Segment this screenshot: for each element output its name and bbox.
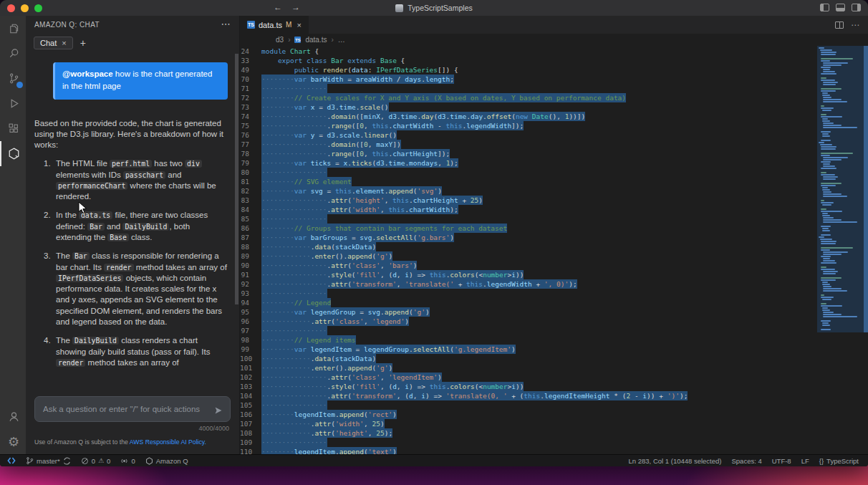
code-line[interactable]: 89············.enter().append('g') [240,251,817,261]
breadcrumb-file[interactable]: data.ts [305,36,327,44]
panel-title: AMAZON Q: CHAT [34,21,100,29]
panel-menu-icon[interactable]: ⋯ [221,21,231,28]
code-line[interactable]: 83················.attr('height', this.c… [240,196,817,205]
amazon-q-hexagon-icon [145,457,153,465]
cursor-position[interactable]: Ln 283, Col 1 (10448 selected) [624,457,727,465]
code-line[interactable]: 107············.attr('width', 25) [240,419,817,428]
code-line[interactable]: 92················.attr('transform', 'tr… [240,279,817,289]
code-line[interactable]: 76········var y = d3.scale.linear() [240,130,817,140]
ports-indicator[interactable]: 0 [115,455,140,466]
tab-close-icon[interactable]: × [296,21,301,29]
code-line[interactable]: 75················.range([0, this.chartW… [240,121,817,130]
branch-indicator[interactable]: master* [21,455,76,466]
run-debug-icon [7,97,21,110]
indentation-setting[interactable]: Spaces: 4 [726,457,766,465]
code-lines[interactable]: 24module Chart {33 export class Bar exte… [240,46,817,454]
code-line[interactable]: 102················.attr('class', 'legen… [240,373,817,382]
code-line[interactable]: 104················.attr('transform', (d… [240,391,817,400]
code-line[interactable]: 95········var legendGroup = svg.append('… [240,307,817,317]
back-button[interactable]: ← [274,2,282,13]
chat-tab[interactable]: Chat × [34,37,73,49]
code-line[interactable]: 78················.range([0, this.chartH… [240,149,817,158]
editor-more-actions-icon[interactable]: ⋯ [851,22,859,28]
code-line[interactable]: 91················.style('fill', (d, i) … [240,270,817,279]
new-chat-tab-button[interactable]: + [80,37,86,49]
breadcrumb-root[interactable]: d3 [276,36,284,44]
typescript-file-icon: TS [247,21,255,29]
code-line[interactable]: 109················ [240,438,817,447]
breadcrumb[interactable]: d3 › TS data.ts › … [240,34,868,46]
code-line[interactable]: 71················ [240,84,817,93]
eol-setting[interactable]: LF [796,457,814,465]
zoom-button[interactable] [34,4,42,12]
code-line[interactable]: 100············.data(stackData) [240,354,817,363]
tab-data-ts[interactable]: TS data.ts M × [240,16,309,34]
toggle-panel-icon[interactable] [836,4,845,11]
chat-tab-close-icon[interactable]: × [62,39,66,47]
code-line[interactable]: 70········var barWidth = areaWidth / day… [240,75,817,84]
code-line[interactable]: 80················ [240,168,817,177]
sidebar-item-explorer[interactable] [0,16,26,41]
code-line[interactable]: 33 export class Bar extends Base { [240,56,817,65]
split-editor-icon[interactable] [835,21,844,29]
sidebar-item-extensions[interactable] [0,116,26,141]
code-line[interactable]: 105················ [240,400,817,410]
code-line[interactable]: 49 public render(data: IPerfDataSeries[]… [240,65,817,75]
close-button[interactable] [7,4,15,12]
code-line[interactable]: 74················.domain([minX, d3.time… [240,112,817,121]
code-line[interactable]: 90················.attr('class', 'bars') [240,261,817,270]
toggle-secondary-sidebar-icon[interactable] [852,4,861,11]
code-line[interactable]: 81········// SVG element [240,177,817,186]
code-line[interactable]: 85················ [240,214,817,224]
code-line[interactable]: 73········var x = d3.time.scale() [240,102,817,112]
language-mode[interactable]: {} TypeScript [814,457,864,465]
code-line[interactable]: 103················.style('fill', (d, i)… [240,382,817,391]
chat-input[interactable] [34,396,231,422]
vscode-window: ← → TypeScriptSamples [0,0,868,466]
code-line[interactable]: 77················.domain([0, maxY]) [240,140,817,149]
code-line[interactable]: 110········legendItem.append('text') [240,447,817,454]
code-line[interactable]: 86········// Groups that contain bar seg… [240,224,817,233]
amazon-q-status[interactable]: Amazon Q [140,455,193,466]
sidebar-item-settings[interactable]: ⚙ [0,429,26,454]
problems-indicator[interactable]: 0 ⚠ 0 [76,455,116,466]
responsible-ai-policy-link[interactable]: AWS Responsible AI Policy. [130,438,206,446]
chevron-right-icon: › [288,36,290,44]
code-line[interactable]: 101············.enter().append('g') [240,363,817,373]
breadcrumb-symbol[interactable]: … [338,36,345,44]
code-line[interactable]: 84················.attr('width', this.ch… [240,205,817,214]
code-line[interactable]: 98········// Legend items [240,335,817,345]
code-line[interactable]: 72········// Create scales for X and Y a… [240,93,817,102]
code-line[interactable]: 96············.attr('class', 'legend') [240,317,817,326]
forward-button[interactable]: → [291,2,300,13]
encoding-setting[interactable]: UTF-8 [767,457,796,465]
overview-ruler [864,46,868,332]
char-counter: 4000/4000 [26,422,239,432]
warning-icon: ⚠ [98,458,104,464]
code-line[interactable]: 88············.data(stackData) [240,242,817,251]
code-line[interactable]: 24module Chart { [240,47,817,56]
code-line[interactable]: 87········var barGroups = svg.selectAll(… [240,233,817,242]
toggle-sidebar-icon[interactable] [820,4,829,11]
send-icon[interactable] [214,405,223,418]
sidebar-item-amazon-q[interactable] [0,141,26,166]
sidebar-item-account[interactable] [0,404,26,429]
minimap[interactable] [817,46,868,454]
sidebar-item-run-debug[interactable] [0,91,26,116]
sidebar-item-search[interactable] [0,41,26,66]
chat-scrollbar[interactable] [235,54,238,304]
code-line[interactable]: 82········var svg = this.element.append(… [240,186,817,196]
code-line[interactable]: 94········// Legend [240,298,817,307]
code-line[interactable]: 99········var legendItem = legendGroup.s… [240,345,817,354]
editor-tab-bar: TS data.ts M × ⋯ [240,16,868,34]
remote-indicator[interactable] [4,455,21,466]
sidebar-item-source-control[interactable] [0,66,26,91]
code-line[interactable]: 97················ [240,326,817,335]
gear-icon: ⚙ [8,436,19,448]
files-icon [7,21,21,35]
code-line[interactable]: 106········legendItem.append('rect') [240,410,817,419]
minimize-button[interactable] [21,4,29,12]
code-line[interactable]: 79········var ticks = x.ticks(d3.time.mo… [240,158,817,168]
code-line[interactable]: 108············.attr('height', 25); [240,428,817,438]
code-line[interactable]: 93················ [240,289,817,298]
